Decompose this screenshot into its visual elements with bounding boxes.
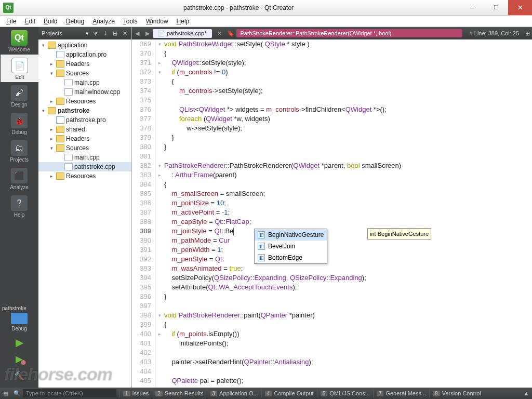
toggle-sidebar-icon[interactable]: ▤ [0, 390, 11, 397]
file-icon [64, 88, 73, 96]
debug-run-button[interactable]: ▶⬤ [11, 352, 27, 366]
chevron-down-icon[interactable]: ▾ [86, 30, 89, 37]
file-icon [64, 79, 73, 86]
cursor-position[interactable]: # Line: 389, Col: 25 [466, 30, 523, 36]
expand-icon[interactable]: ▸ [49, 61, 55, 66]
mode-help[interactable]: ?Help [0, 192, 38, 220]
expand-icon[interactable]: ▾ [41, 43, 46, 48]
filter-icon[interactable]: ⧩ [92, 30, 99, 37]
expand-icon[interactable]: ▸ [49, 99, 55, 104]
completion-item[interactable]: ◧BeginNativeGesture [255, 229, 327, 241]
menu-edit[interactable]: Edit [20, 17, 39, 26]
mode-welcome[interactable]: QtWelcome [0, 27, 38, 55]
mode-edit[interactable]: 📄Edit [0, 55, 38, 82]
tree-node[interactable]: ▾pathstroke [38, 106, 131, 115]
file-icon [56, 60, 64, 68]
code-completion-popup[interactable]: ◧BeginNativeGesture◧BevelJoin◧BottomEdge [254, 229, 327, 264]
kit-selector[interactable]: pathstroke Debug [0, 303, 38, 334]
mode-debug[interactable]: 🐞Debug [0, 110, 38, 137]
tree-node[interactable]: ▾application [38, 41, 131, 50]
tree-node[interactable]: ▸Resources [38, 97, 131, 106]
bookmark-icon[interactable]: 🔖 [225, 30, 236, 37]
project-view-combo[interactable]: Projects [42, 30, 83, 36]
window-minimize-button[interactable] [460, 0, 484, 15]
close-pane-icon[interactable]: ✕ [122, 30, 128, 37]
expand-icon[interactable]: ▸ [49, 127, 55, 132]
tree-node[interactable]: ▸Headers [38, 59, 131, 69]
output-pane-8[interactable]: 8Version Control [429, 389, 484, 397]
symbol-crumb[interactable]: PathStrokeRenderer::PathStrokeRenderer(Q… [236, 29, 462, 37]
window-maximize-button[interactable] [484, 0, 508, 15]
file-icon [48, 42, 56, 49]
tree-node[interactable]: mainwindow.cpp [38, 87, 131, 97]
completion-item[interactable]: ◧BottomEdge [255, 252, 327, 263]
tree-label: Headers [66, 60, 89, 68]
help-icon: ? [11, 195, 28, 211]
tree-label: Headers [66, 135, 89, 142]
mode-sidebar: QtWelcome📄Edit🖌Design🐞Debug🗂Projects⬛Ana… [0, 27, 38, 388]
tree-node[interactable]: application.pro [38, 50, 131, 59]
mode-projects[interactable]: 🗂Projects [0, 137, 38, 165]
tree-node[interactable]: ▸Headers [38, 134, 131, 143]
tree-label: pathstroke.pro [66, 116, 106, 124]
tree-label: Sources [66, 70, 89, 77]
tree-label: main.cpp [74, 154, 100, 161]
tree-node[interactable]: ▾Sources [38, 69, 131, 78]
run-button[interactable]: ▶ [11, 336, 27, 349]
tree-label: Resources [66, 172, 96, 180]
file-icon [56, 51, 64, 58]
tree-node[interactable]: ▸Resources [38, 171, 131, 181]
tree-node[interactable]: ▾Sources [38, 143, 131, 153]
split-icon[interactable]: ⊞ [112, 30, 118, 37]
locator-input[interactable]: Type to locate (Ctrl+K) [23, 389, 116, 397]
menu-build[interactable]: Build [39, 17, 62, 26]
tree-label: pathstroke [58, 107, 89, 114]
fold-column[interactable]: ▾▸▾▾▸▾▸ [156, 39, 163, 388]
line-number-gutter[interactable]: 3693703713723733743753763773783793803813… [132, 39, 156, 388]
nav-forward-button[interactable]: ▶ [142, 30, 153, 37]
editor-tab[interactable]: 📄 pathstroke.cpp [153, 29, 212, 38]
file-icon [56, 98, 64, 105]
output-pane-1[interactable]: 1Issues [119, 389, 152, 397]
menu-window[interactable]: Window [142, 17, 172, 26]
project-tree-header: Projects ▾ ⧩ ⤓ ⊞ ✕ [38, 27, 131, 39]
tree-node[interactable]: pathstroke.cpp [38, 162, 131, 171]
menu-tools[interactable]: Tools [119, 17, 142, 26]
window-title: pathstroke.cpp - pathstroke - Qt Creator [17, 4, 460, 11]
tree-node[interactable]: main.cpp [38, 78, 131, 87]
debug-icon: 🐞 [11, 113, 28, 128]
output-pane-7[interactable]: 7General Mess... [373, 389, 429, 397]
menu-help[interactable]: Help [172, 17, 194, 26]
expand-icon[interactable]: ▾ [49, 145, 55, 151]
expand-icon[interactable]: ▾ [49, 71, 55, 76]
menu-analyze[interactable]: Analyze [88, 17, 119, 26]
output-pane-5[interactable]: 5QML/JS Cons... [317, 389, 373, 397]
project-tree[interactable]: ▾applicationapplication.pro▸Headers▾Sour… [38, 39, 131, 388]
window-close-button[interactable] [508, 0, 532, 15]
menu-debug[interactable]: Debug [62, 17, 88, 26]
close-tab-icon[interactable]: ✕ [214, 30, 225, 37]
expand-icon[interactable]: ▸ [49, 136, 55, 141]
tree-node[interactable]: ▸shared [38, 125, 131, 134]
output-pane-2[interactable]: 2Search Results [152, 389, 206, 397]
mode-design[interactable]: 🖌Design [0, 82, 38, 110]
nav-back-button[interactable]: ◀ [132, 30, 142, 37]
tree-node[interactable]: pathstroke.pro [38, 115, 131, 125]
build-button[interactable]: 🔨 [11, 369, 27, 382]
tree-label: application.pro [66, 51, 107, 58]
split-editor-icon[interactable]: ⊞ [523, 30, 532, 37]
menu-file[interactable]: File [2, 17, 20, 26]
mode-analyze[interactable]: ⬛Analyze [0, 165, 38, 192]
completion-item[interactable]: ◧BevelJoin [255, 241, 327, 252]
locator-icon[interactable]: 🔍 [11, 390, 23, 397]
code-editor[interactable]: 3693703713723733743753763773783793803813… [132, 39, 532, 388]
tree-node[interactable]: main.cpp [38, 153, 131, 162]
kit-name: pathstroke [2, 305, 36, 311]
expand-icon[interactable]: ▾ [41, 108, 46, 113]
close-output-icon[interactable]: ▲ [521, 390, 532, 396]
code-area[interactable]: void PathStrokeWidget::setStyle( QStyle … [163, 39, 532, 388]
output-pane-3[interactable]: 3Application O... [207, 389, 261, 397]
sync-icon[interactable]: ⤓ [102, 30, 109, 37]
expand-icon[interactable]: ▸ [49, 174, 55, 179]
output-pane-4[interactable]: 4Compile Output [261, 389, 317, 397]
